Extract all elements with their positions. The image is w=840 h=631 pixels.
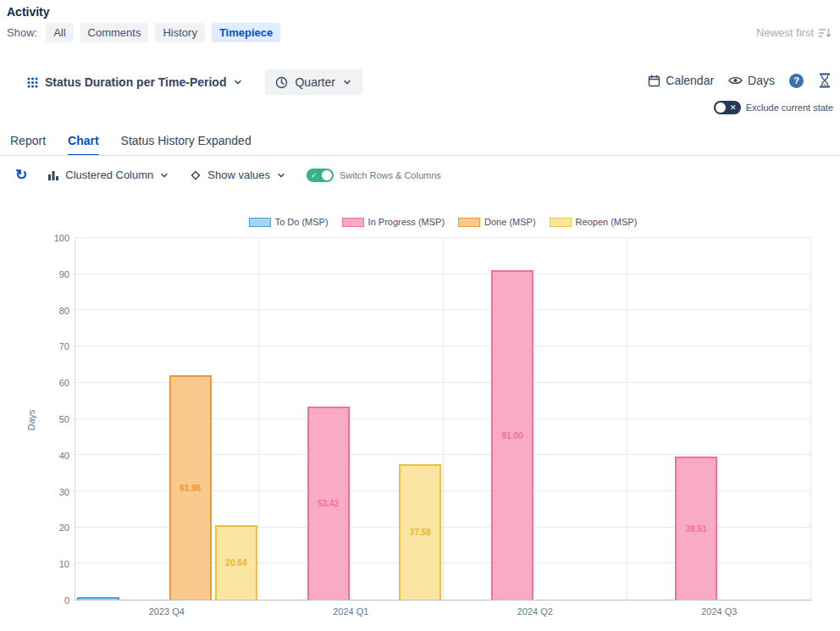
bar-slot: 53.42 (306, 238, 351, 600)
chevron-down-icon (276, 170, 286, 180)
grid-icon (27, 77, 38, 88)
bar-reopen-msp[interactable]: 20.64 (215, 525, 257, 600)
y-tick-label: 70 (59, 341, 69, 351)
y-tick-label: 10 (59, 559, 69, 569)
legend-label: Done (MSP) (484, 217, 536, 227)
bar-group: 61.9620.64 (75, 238, 259, 600)
chevron-down-icon (342, 77, 352, 87)
bar-slot: 91.00 (489, 238, 535, 600)
view-controls: Calendar Days ? (648, 73, 832, 88)
x-axis-category-label: 2024 Q3 (627, 606, 812, 617)
bar-slot (121, 238, 167, 600)
legend-item[interactable]: Reopen (MSP) (550, 217, 638, 227)
tab-status-history-expanded[interactable]: Status History Expanded (121, 134, 251, 156)
period-selector[interactable]: Quarter (265, 69, 362, 95)
toggle-knob (322, 170, 332, 180)
report-type-label: Status Duration per Time-Period (45, 75, 226, 89)
bar-slot (75, 238, 121, 600)
bar-in-progress-msp[interactable]: 53.42 (307, 407, 350, 600)
y-tick-label: 100 (54, 233, 69, 243)
filter-comments-button[interactable]: Comments (80, 23, 149, 42)
bar-group: 39.51 (627, 238, 811, 600)
units-days-button[interactable]: Days (728, 74, 775, 87)
cross-icon: ✕ (730, 102, 737, 113)
sort-control[interactable]: Newest first (756, 26, 832, 39)
bar-slot (627, 238, 673, 600)
show-label: Show: (7, 26, 37, 39)
tab-chart[interactable]: Chart (68, 134, 99, 156)
bar-slot (719, 238, 765, 600)
bar-value-label: 37.58 (410, 528, 431, 537)
sort-descending-icon (818, 27, 832, 39)
bar-group: 91.00 (444, 238, 627, 600)
bar-slot (581, 238, 627, 600)
filter-history-button[interactable]: History (155, 23, 204, 42)
bar-value-label: 91.00 (501, 431, 522, 440)
bar-reopen-msp[interactable]: 37.58 (399, 464, 441, 600)
bar-value-label: 39.51 (686, 524, 707, 534)
report-type-selector[interactable]: Status Duration per Time-Period (20, 70, 250, 94)
legend-swatch (249, 218, 271, 227)
y-axis-labels: 0102030405060708090100 (34, 238, 69, 601)
switch-rows-columns-toggle[interactable]: ✓ (307, 169, 334, 182)
chevron-down-icon (159, 170, 169, 180)
page-title: Activity (7, 5, 50, 19)
toggle-knob (716, 102, 726, 113)
bar-slot (765, 238, 811, 600)
bar-slot: 39.51 (673, 238, 719, 600)
bar-slot: 20.64 (213, 238, 259, 600)
switch-rows-columns-label: Switch Rows & Columns (340, 170, 441, 180)
report-selector-row: Status Duration per Time-Period Quarter (20, 69, 362, 95)
tab-report[interactable]: Report (10, 134, 46, 156)
bar-value-label: 61.96 (180, 484, 201, 493)
legend-item[interactable]: To Do (MSP) (249, 217, 329, 227)
x-axis-category-label: 2024 Q1 (259, 606, 444, 617)
show-values-label: Show values (207, 169, 270, 181)
bar-to-do-msp[interactable] (77, 597, 119, 600)
calendar-button[interactable]: Calendar (648, 74, 714, 87)
x-axis-category-label: 2024 Q2 (443, 606, 627, 617)
bar-slot (259, 238, 305, 600)
legend-item[interactable]: In Progress (MSP) (342, 217, 445, 227)
help-button[interactable]: ? (789, 74, 804, 88)
filter-timepiece-button[interactable]: Timepiece (212, 23, 280, 42)
x-axis-labels: 2023 Q42024 Q12024 Q22024 Q3 (75, 606, 811, 617)
refresh-icon[interactable]: ↻ (15, 168, 27, 182)
bar-slot (351, 238, 397, 600)
check-icon: ✓ (311, 169, 318, 181)
bars-layer: 61.9620.6453.4237.5891.0039.51 (75, 238, 811, 600)
legend-swatch (550, 218, 572, 227)
chart-legend: To Do (MSP)In Progress (MSP)Done (MSP)Re… (75, 217, 811, 227)
exclude-current-state-label: Exclude current state (746, 102, 833, 113)
bar-in-progress-msp[interactable]: 91.00 (491, 270, 533, 600)
chart-type-label: Clustered Column (65, 169, 153, 181)
legend-swatch (342, 218, 364, 227)
legend-swatch (458, 218, 480, 227)
sort-label: Newest first (756, 26, 814, 39)
bar-chart-icon (47, 169, 59, 181)
y-tick-label: 0 (64, 595, 69, 606)
y-tick-label: 90 (59, 269, 69, 280)
calendar-icon (648, 75, 660, 87)
chart-toolbar: ↻ Clustered Column Show values ✓ Switch … (15, 168, 441, 182)
bar-slot: 61.96 (168, 238, 213, 600)
show-values-selector[interactable]: Show values (190, 169, 286, 181)
eye-icon (728, 75, 743, 86)
y-tick-label: 50 (59, 414, 69, 424)
chart-type-selector[interactable]: Clustered Column (47, 169, 169, 181)
period-label: Quarter (295, 75, 334, 89)
filter-all-button[interactable]: All (46, 23, 73, 42)
clock-icon (275, 76, 288, 89)
exclude-current-state-toggle[interactable]: ✕ (714, 101, 741, 114)
bar-in-progress-msp[interactable]: 39.51 (675, 457, 717, 600)
legend-label: In Progress (MSP) (368, 217, 445, 227)
units-days-label: Days (748, 74, 775, 87)
bar-group: 53.4237.58 (259, 238, 443, 600)
legend-item[interactable]: Done (MSP) (458, 217, 536, 227)
bar-done-msp[interactable]: 61.96 (169, 375, 212, 600)
hourglass-icon[interactable] (818, 73, 832, 88)
y-tick-label: 30 (59, 487, 69, 497)
question-mark-icon: ? (793, 75, 799, 86)
y-tick-label: 80 (59, 306, 69, 316)
chevron-down-icon (233, 77, 243, 87)
